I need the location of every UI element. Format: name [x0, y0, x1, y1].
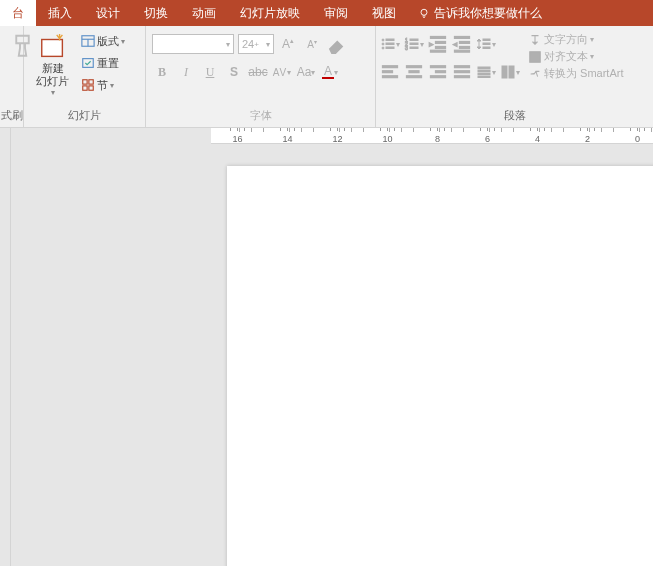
align-right-button[interactable] — [428, 62, 448, 82]
svg-rect-41 — [431, 76, 446, 78]
reset-label: 重置 — [97, 56, 119, 71]
char-spacing-button[interactable]: AV▾ — [272, 62, 292, 82]
svg-rect-24 — [436, 47, 446, 49]
svg-rect-36 — [407, 66, 422, 68]
tab-active[interactable]: 台 — [0, 0, 36, 26]
columns-icon — [500, 64, 516, 80]
smartart-icon — [528, 67, 542, 81]
svg-rect-17 — [410, 39, 418, 41]
eraser-icon — [326, 34, 346, 54]
svg-rect-37 — [409, 71, 419, 73]
svg-rect-50 — [509, 66, 514, 78]
new-slide-button[interactable]: 新建 幻灯片 ▾ — [32, 30, 73, 99]
decrease-font-button[interactable]: A▾ — [302, 34, 322, 54]
decrease-indent-button[interactable] — [428, 34, 448, 54]
tab-transitions[interactable]: 切换 — [132, 0, 180, 26]
text-direction-button[interactable]: 文字方向 ▾ — [526, 32, 625, 47]
section-button[interactable]: 节 ▾ — [79, 74, 116, 96]
svg-rect-40 — [436, 71, 446, 73]
svg-rect-13 — [386, 43, 394, 45]
bold-button[interactable]: B — [152, 62, 172, 82]
svg-rect-44 — [455, 76, 470, 78]
tell-me-search[interactable]: 告诉我你想要做什么 — [408, 5, 552, 22]
svg-rect-42 — [455, 66, 470, 68]
align-center-icon — [404, 62, 424, 82]
columns-button[interactable]: ▾ — [500, 62, 520, 82]
svg-rect-46 — [478, 70, 490, 72]
tab-slideshow[interactable]: 幻灯片放映 — [228, 0, 312, 26]
chevron-down-icon: ▾ — [590, 52, 594, 61]
slide-editor[interactable]: 1614121086420 — [11, 128, 653, 566]
line-spacing-button[interactable]: ▾ — [476, 34, 496, 54]
para-row-2: ▾ ▾ — [380, 60, 520, 84]
reset-button[interactable]: 重置 — [79, 52, 121, 74]
tab-insert[interactable]: 插入 — [36, 0, 84, 26]
font-name-combo[interactable]: ▾ — [152, 34, 234, 54]
align-text-icon — [528, 50, 542, 64]
font-color-button[interactable]: A▾ — [320, 62, 340, 82]
align-left-button[interactable] — [380, 62, 400, 82]
outdent-icon — [428, 34, 448, 54]
group-font: ▾ 24+ ▾ A▴ A▾ B I U S abc AV▾ Aa▾ — [146, 26, 376, 127]
layout-button[interactable]: 版式 ▾ — [79, 30, 127, 52]
svg-rect-9 — [89, 86, 93, 90]
para-row-1: ▾ 123▾ ▾ — [380, 32, 520, 56]
clipboard-group-label: 式刷 — [0, 106, 23, 127]
convert-smartart-button[interactable]: 转换为 SmartArt — [526, 66, 625, 81]
svg-rect-29 — [455, 50, 470, 52]
ruler-tick: 0 — [627, 128, 648, 144]
svg-rect-6 — [83, 80, 87, 84]
svg-rect-31 — [483, 43, 490, 45]
bullets-button[interactable]: ▾ — [380, 34, 400, 54]
slide-canvas[interactable] — [227, 166, 653, 566]
tab-animations[interactable]: 动画 — [180, 0, 228, 26]
svg-rect-25 — [431, 50, 446, 52]
increase-font-button[interactable]: A▴ — [278, 34, 298, 54]
font-size-combo[interactable]: 24+ ▾ — [238, 34, 274, 54]
svg-rect-32 — [483, 47, 490, 49]
strikethrough-button[interactable]: abc — [248, 62, 268, 82]
italic-button[interactable]: I — [176, 62, 196, 82]
ruler-tick: 6 — [477, 128, 498, 144]
svg-rect-39 — [431, 66, 446, 68]
justify-button[interactable] — [452, 62, 472, 82]
tab-review[interactable]: 审阅 — [312, 0, 360, 26]
svg-rect-49 — [502, 66, 507, 78]
numbering-button[interactable]: 123▾ — [404, 34, 424, 54]
change-case-button[interactable]: Aa▾ — [296, 62, 316, 82]
paragraph-group-label: 段落 — [376, 106, 653, 127]
svg-rect-35 — [383, 76, 398, 78]
layout-label: 版式 — [97, 34, 119, 49]
text-direction-label: 文字方向 — [544, 32, 588, 47]
svg-rect-1 — [41, 40, 62, 57]
svg-rect-47 — [478, 73, 490, 75]
section-label: 节 — [97, 78, 108, 93]
chevron-down-icon: ▾ — [110, 81, 114, 90]
justify-icon — [452, 62, 472, 82]
tab-design[interactable]: 设计 — [84, 0, 132, 26]
slide-thumbnail-panel[interactable] — [0, 128, 11, 566]
ruler-tick: 12 — [327, 128, 348, 144]
svg-point-12 — [382, 43, 384, 45]
distribute-button[interactable]: ▾ — [476, 62, 496, 82]
align-text-button[interactable]: 对齐文本 ▾ — [526, 49, 625, 64]
align-center-button[interactable] — [404, 62, 424, 82]
shadow-button[interactable]: S — [224, 62, 244, 82]
group-clipboard: 式刷 — [0, 26, 24, 127]
svg-text:3: 3 — [405, 45, 408, 51]
increase-indent-button[interactable] — [452, 34, 472, 54]
chevron-down-icon: ▾ — [226, 40, 230, 49]
svg-rect-15 — [386, 47, 394, 49]
ruler-tick: 8 — [427, 128, 448, 144]
svg-rect-48 — [478, 76, 490, 78]
font-group-label: 字体 — [146, 106, 375, 127]
svg-rect-7 — [89, 80, 93, 84]
clear-formatting-button[interactable] — [326, 34, 346, 54]
underline-button[interactable]: U — [200, 62, 220, 82]
distribute-icon — [476, 64, 492, 80]
ribbon-tabs: 台 插入 设计 切换 动画 幻灯片放映 审阅 视图 告诉我你想要做什么 — [0, 0, 653, 26]
tab-view[interactable]: 视图 — [360, 0, 408, 26]
ruler-tick: 2 — [577, 128, 598, 144]
svg-rect-30 — [483, 39, 490, 41]
chevron-down-icon: ▾ — [51, 88, 55, 97]
